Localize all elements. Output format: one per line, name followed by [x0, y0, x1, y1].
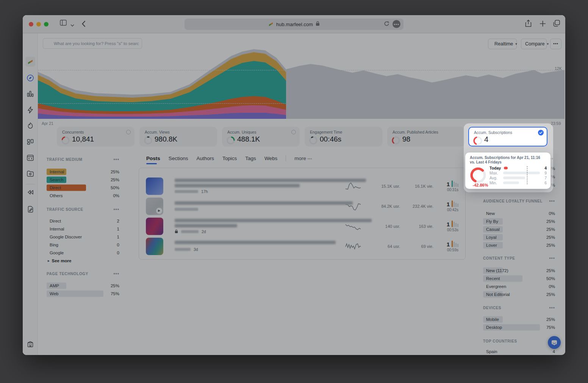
popup-today-dashline — [527, 166, 527, 184]
barzone — [503, 175, 541, 180]
today-marker — [504, 167, 508, 169]
popup-gauge-icon — [470, 167, 486, 184]
row-label: Today — [489, 166, 503, 170]
popup-row-today: Today 4 — [489, 165, 547, 170]
popup-row-min: Min. 6 — [489, 180, 547, 185]
popup-row-max: Max. 9 — [489, 170, 547, 175]
row-value: 7 — [541, 176, 547, 180]
barzone — [503, 170, 541, 175]
popup-title-line1: Accum. Subscriptions for Apr 21, 11:16 — [470, 156, 546, 160]
row-value: 4 — [541, 166, 547, 170]
row-value: 6 — [541, 181, 547, 185]
barzone — [503, 165, 541, 170]
kpi-card-accum-subscriptions-selected[interactable]: Accum. Subscriptions 4 — [468, 127, 547, 146]
desktop-background: hub.marfeel.com ••• — [0, 0, 588, 383]
avg-bar — [503, 176, 525, 179]
browser-window: hub.marfeel.com ••• — [23, 15, 565, 355]
row-label: Min. — [489, 181, 503, 185]
min-bar — [503, 181, 519, 184]
row-label: Avg. — [489, 176, 503, 180]
kpi-comparison-popup: Accum. Subscriptions for Apr 21, 11:16 v… — [465, 153, 550, 189]
kpi-value: 4 — [484, 135, 488, 144]
kpi-label: Accum. Subscriptions — [474, 130, 512, 135]
popup-row-avg: Avg. 7 — [489, 175, 547, 180]
popup-title-line2: vs. Last 4 Fridays — [470, 160, 546, 165]
max-bar — [503, 171, 540, 174]
row-label: Max. — [489, 171, 503, 175]
barzone — [503, 180, 541, 185]
gauge-icon — [473, 136, 483, 146]
popup-rows: Today 4 Max. 9 Avg. 7 Min. 6 — [489, 165, 547, 185]
row-value: 9 — [541, 171, 547, 175]
selected-check-icon[interactable] — [538, 130, 544, 137]
